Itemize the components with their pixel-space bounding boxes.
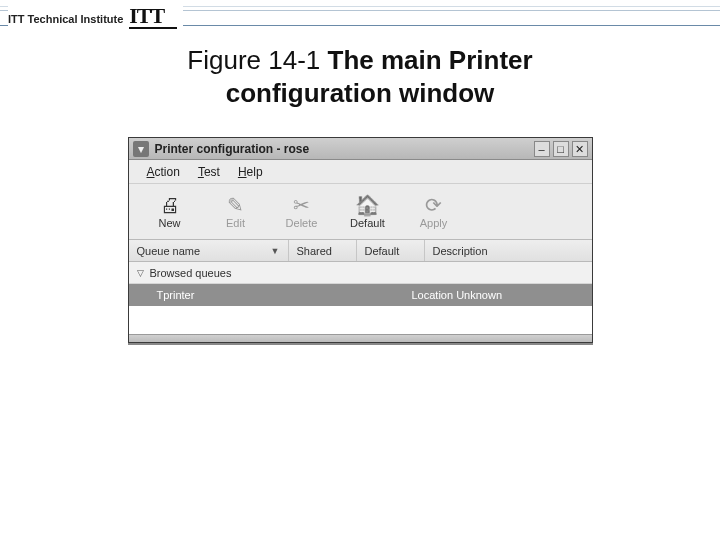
title-bar[interactable]: ▾ Printer configuration - rose – □ ✕ <box>129 138 592 160</box>
section-browsed-queues[interactable]: ▽ Browsed queues <box>129 262 592 284</box>
row-description: Location Unknown <box>412 289 592 301</box>
header-description[interactable]: Description <box>425 240 592 261</box>
figure-caption: Figure 14-1 The main Printer configurati… <box>0 44 720 109</box>
minimize-button[interactable]: – <box>534 141 550 157</box>
row-queue-name: Tprinter <box>157 289 412 301</box>
default-button[interactable]: 🏠 Default <box>337 188 399 236</box>
menu-test[interactable]: Test <box>198 165 220 179</box>
table-row[interactable]: Tprinter Location Unknown <box>129 284 592 306</box>
window-title: Printer configuration - rose <box>155 142 310 156</box>
brand-name: ITT Technical Institute <box>8 13 123 25</box>
brand-logo: ITT <box>129 3 164 28</box>
home-icon: 🏠 <box>355 195 380 215</box>
menu-action[interactable]: Action <box>147 165 180 179</box>
header-shared[interactable]: Shared <box>289 240 357 261</box>
status-bar <box>129 334 592 342</box>
delete-label: Delete <box>286 217 318 229</box>
brand-bar: ITT Technical Institute ITT <box>0 0 720 26</box>
menu-bar: Action Test Help <box>129 160 592 184</box>
edit-label: Edit <box>226 217 245 229</box>
edit-icon: ✎ <box>227 195 244 215</box>
figure-title-line2: configuration window <box>226 78 495 108</box>
chevron-down-icon: ▼ <box>271 246 280 256</box>
close-button[interactable]: ✕ <box>572 141 588 157</box>
figure-number: Figure 14-1 <box>187 45 320 75</box>
edit-button[interactable]: ✎ Edit <box>205 188 267 236</box>
tool-bar: 🖨 New ✎ Edit ✂ Delete 🏠 Default ⟳ Apply <box>129 184 592 240</box>
apply-label: Apply <box>420 217 448 229</box>
new-label: New <box>158 217 180 229</box>
refresh-icon: ⟳ <box>425 195 442 215</box>
default-label: Default <box>350 217 385 229</box>
printer-config-window: ▾ Printer configuration - rose – □ ✕ Act… <box>128 137 593 343</box>
empty-area <box>129 306 592 334</box>
delete-button[interactable]: ✂ Delete <box>271 188 333 236</box>
apply-button[interactable]: ⟳ Apply <box>403 188 465 236</box>
header-default[interactable]: Default <box>357 240 425 261</box>
header-queue-name[interactable]: Queue name ▼ <box>129 240 289 261</box>
section-label: Browsed queues <box>150 267 232 279</box>
maximize-button[interactable]: □ <box>553 141 569 157</box>
window-menu-icon[interactable]: ▾ <box>133 141 149 157</box>
new-button[interactable]: 🖨 New <box>139 188 201 236</box>
printer-icon: 🖨 <box>160 195 180 215</box>
menu-help[interactable]: Help <box>238 165 263 179</box>
figure-title-line1: The main Printer <box>328 45 533 75</box>
column-headers: Queue name ▼ Shared Default Description <box>129 240 592 262</box>
disclosure-triangle-icon: ▽ <box>137 268 144 278</box>
delete-icon: ✂ <box>293 195 310 215</box>
